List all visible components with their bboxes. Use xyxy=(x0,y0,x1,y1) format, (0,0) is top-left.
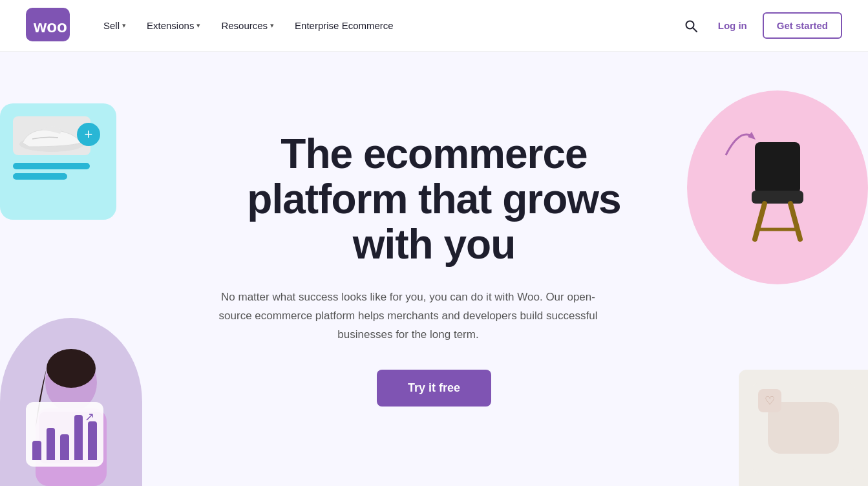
site-header: woo Sell ▾ Extensions ▾ Resources ▾ Ente… xyxy=(0,0,868,52)
svg-marker-9 xyxy=(748,132,756,140)
hero-title: The ecommerce platform that grows with y… xyxy=(215,131,654,268)
hero-content: The ecommerce platform that grows with y… xyxy=(215,131,654,407)
pillow-decoration: ♡ xyxy=(739,370,868,486)
header-actions: Log in Get started xyxy=(679,12,842,39)
svg-rect-11 xyxy=(752,191,803,204)
heart-icon: ♡ xyxy=(758,389,781,412)
search-button[interactable] xyxy=(679,14,703,37)
chair-decoration xyxy=(687,90,868,284)
arrow-decoration-icon xyxy=(719,123,758,162)
chart-bar-4 xyxy=(74,415,83,460)
nav-sell[interactable]: Sell ▾ xyxy=(96,15,134,36)
product-lines xyxy=(13,163,103,180)
trend-arrow-icon: ↗ xyxy=(85,410,94,424)
login-button[interactable]: Log in xyxy=(715,15,750,36)
analytics-chart-decoration: ↗ xyxy=(26,402,103,467)
main-nav: Sell ▾ Extensions ▾ Resources ▾ Enterpri… xyxy=(96,15,679,36)
product-line-1 xyxy=(13,163,90,169)
get-started-button[interactable]: Get started xyxy=(763,12,842,39)
svg-rect-10 xyxy=(755,142,800,194)
add-to-cart-icon: + xyxy=(77,123,100,146)
chair-image xyxy=(687,90,868,284)
chart-bar-5 xyxy=(88,421,97,460)
hero-section: + ↗ xyxy=(0,52,868,486)
chart-bar-1 xyxy=(32,441,41,460)
sell-chevron-icon: ▾ xyxy=(122,21,126,30)
nav-extensions[interactable]: Extensions ▾ xyxy=(139,15,208,36)
nav-resources[interactable]: Resources ▾ xyxy=(213,15,282,36)
svg-line-12 xyxy=(755,204,765,239)
extensions-chevron-icon: ▾ xyxy=(196,21,200,30)
hero-subtitle: No matter what success looks like for yo… xyxy=(215,288,602,344)
svg-line-13 xyxy=(790,204,800,239)
nav-enterprise[interactable]: Enterprise Ecommerce xyxy=(287,15,401,36)
product-card-decoration: + xyxy=(0,103,116,220)
pillow-product-card: ♡ xyxy=(752,383,855,473)
svg-text:woo: woo xyxy=(33,17,67,36)
logo[interactable]: woo xyxy=(26,8,70,44)
try-free-button[interactable]: Try it free xyxy=(377,370,491,407)
product-line-2 xyxy=(13,173,67,180)
search-icon xyxy=(684,19,697,32)
svg-point-7 xyxy=(47,349,96,388)
curved-arrow-icon xyxy=(719,123,758,166)
chart-bar-2 xyxy=(47,428,56,460)
resources-chevron-icon: ▾ xyxy=(270,21,274,30)
svg-line-3 xyxy=(693,28,697,32)
chart-bar-3 xyxy=(60,434,69,460)
